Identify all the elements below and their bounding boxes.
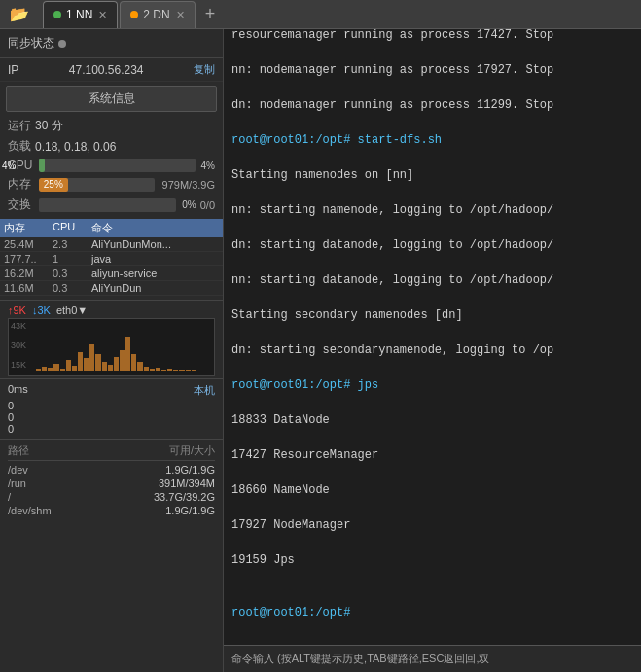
process-row[interactable]: 16.2M 0.3 aliyun-service (0, 266, 223, 281)
net-scale-mid: 30K (11, 340, 26, 350)
uptime-value: 30 分 (35, 118, 63, 134)
disk0-path: /dev (8, 464, 137, 476)
bar (161, 370, 166, 371)
bar (36, 369, 41, 371)
ip-value: 47.100.56.234 (69, 63, 144, 77)
bar (42, 367, 47, 371)
proc1-cmd: java (91, 253, 219, 265)
bar (48, 368, 53, 371)
bar (84, 358, 89, 371)
terminal-line: 17427 ResourceManager (231, 446, 633, 464)
bar (150, 369, 155, 371)
proc3-mem: 11.6M (4, 282, 53, 294)
disk-header: 路径 可用/大小 (8, 443, 215, 461)
tab1-close[interactable]: ✕ (98, 9, 107, 21)
bar (131, 354, 136, 371)
swap-extra: 0/0 (200, 199, 215, 211)
folder-icon[interactable]: 📂 (4, 5, 35, 23)
net-dropdown-icon[interactable]: ▼ (77, 304, 88, 316)
ping-header: 0ms 本机 (8, 383, 215, 398)
load-row: 负载 0.18, 0.18, 0.06 (0, 136, 223, 157)
net-scale-top: 43K (11, 321, 26, 331)
swap-label: 交换 (8, 196, 35, 213)
bar (125, 337, 130, 371)
terminal-line: 17927 NodeManager (231, 516, 633, 534)
process-row[interactable]: 25.4M 2.3 AliYunDunMon... (0, 237, 223, 252)
bar (108, 365, 113, 371)
tab-1-nn[interactable]: 1 NN ✕ (43, 1, 118, 28)
tab1-dot (53, 11, 61, 18)
proc1-mem: 177.7.. (4, 253, 53, 265)
cpu-value-text: 4% (201, 160, 215, 171)
bar (167, 369, 172, 371)
ping-val-2: 0 (8, 423, 56, 435)
chart-bars (36, 319, 214, 373)
disk-row: /dev/shm 1.9G/1.9G (8, 504, 215, 517)
ip-row: IP 47.100.56.234 复制 (0, 58, 223, 82)
proc2-cpu: 0.3 (53, 267, 91, 279)
mem-bar-container: 25% (39, 178, 155, 192)
bar (72, 366, 77, 371)
ip-label: IP (8, 63, 18, 77)
terminal-line: nn: nodemanager running as process 17927… (231, 61, 633, 79)
disk2-size: 33.7G/39.2G (137, 491, 215, 503)
bar (102, 362, 107, 371)
network-header: ↑9K ↓3K eth0 ▼ (8, 304, 215, 316)
terminal-line: dn: starting secondarynamenode, logging … (231, 341, 633, 359)
ping-val-1: 0 (8, 411, 56, 423)
disk0-size: 1.9G/1.9G (137, 464, 215, 476)
bar (95, 354, 100, 371)
sync-status-row: 同步状态 (0, 29, 223, 58)
proc0-cpu: 2.3 (53, 238, 91, 250)
load-value: 0.18, 0.18, 0.06 (35, 140, 116, 154)
proc2-cmd: aliyun-service (91, 267, 219, 279)
process-row[interactable]: 11.6M 0.3 AliYunDun (0, 281, 223, 296)
copy-ip-button[interactable]: 复制 (194, 62, 215, 77)
bar (186, 370, 191, 371)
bar (144, 367, 149, 371)
terminal-line: root@root01:/opt# jps (231, 376, 633, 394)
tab-2-dn[interactable]: 2 DN ✕ (120, 1, 195, 28)
network-chart: 43K 30K 15K (8, 318, 215, 376)
disk-size-header: 可用/大小 (137, 443, 215, 458)
mem-label: 内存 (8, 176, 35, 193)
ping-val-0: 0 (8, 400, 56, 411)
terminal-line: resourcemanager running as process 17427… (231, 29, 633, 44)
process-row[interactable]: 177.7.. 1 java (0, 252, 223, 266)
disk-row: /dev 1.9G/1.9G (8, 463, 215, 477)
disk-section: 路径 可用/大小 /dev 1.9G/1.9G /run 391M/394M /… (0, 439, 223, 672)
terminal-input-hint: 命令输入 (按ALT键提示历史,TAB键路径,ESC返回回,双 (231, 653, 489, 664)
bar (53, 364, 58, 371)
uptime-row: 运行 30 分 (0, 116, 223, 136)
tab2-close[interactable]: ✕ (176, 9, 185, 21)
disk1-path: /run (8, 477, 137, 489)
mem-extra: 979M/3.9G (162, 179, 215, 191)
net-interface: eth0 (56, 304, 77, 316)
net-scale-bot: 15K (11, 360, 26, 370)
ping-ms: 0ms (8, 383, 28, 398)
left-panel: 同步状态 IP 47.100.56.234 复制 系统信息 运行 30 分 负载… (0, 29, 224, 672)
proc1-cpu: 1 (53, 253, 91, 265)
ph-cpu: CPU (53, 221, 91, 235)
right-panel: Are you sure you want to continue connec… (224, 29, 641, 672)
ph-cmd: 命令 (91, 221, 219, 235)
terminal-line: dn: nodemanager running as process 11299… (231, 96, 633, 114)
net-download-label: ↓3K (32, 304, 51, 316)
swap-row: 交换 0% 0/0 (0, 195, 223, 215)
process-header: 内存 CPU 命令 (0, 219, 223, 237)
process-table: 内存 CPU 命令 25.4M 2.3 AliYunDunMon... 177.… (0, 219, 223, 296)
tab-bar: 📂 1 NN ✕ 2 DN ✕ + (0, 0, 641, 29)
terminal-line: Starting namenodes on [nn] (231, 166, 633, 184)
terminal-line: 18660 NameNode (231, 481, 633, 499)
proc0-cmd: AliYunDunMon... (91, 238, 219, 250)
disk2-path: / (8, 491, 137, 503)
terminal-line: 19159 Jps (231, 551, 633, 569)
terminal-line: root@root01:/opt# (231, 604, 633, 621)
bar (179, 370, 184, 371)
mem-row: 内存 25% 979M/3.9G (0, 174, 223, 195)
system-info-title: 系统信息 (6, 86, 217, 112)
terminal-line: Starting secondary namenodes [dn] (231, 306, 633, 324)
terminal-output[interactable]: Are you sure you want to continue connec… (224, 29, 641, 645)
add-tab-button[interactable]: + (197, 4, 224, 24)
net-upload-label: ↑9K (8, 304, 26, 316)
